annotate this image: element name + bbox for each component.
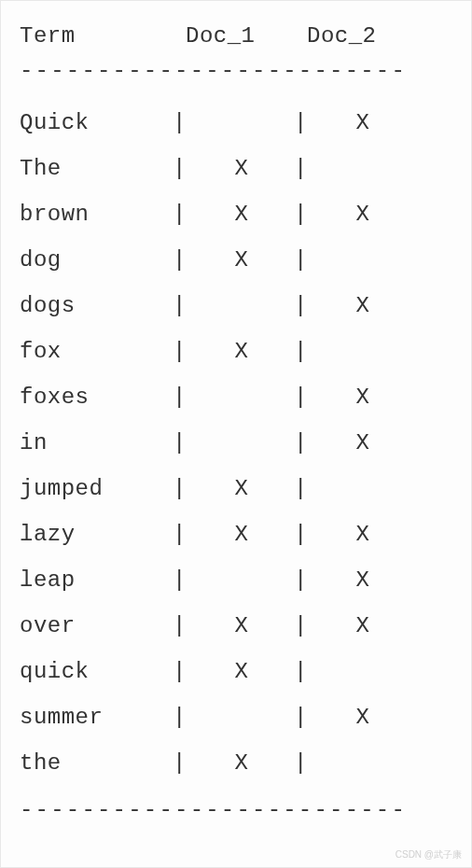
pipe-separator: | [173,659,189,684]
pipe-separator: | [173,202,189,227]
term-cell: fox [20,339,173,364]
divider-bottom: ------------------------- [20,797,452,822]
doc2-cell: X [311,110,415,135]
pipe-separator: | [294,750,311,776]
term-cell: quick [20,659,173,684]
table-row: jumped|X| [20,466,452,511]
pipe-separator: | [173,476,189,501]
doc2-cell: X [311,430,415,455]
table-header-row: Term Doc_1 Doc_2 [20,14,452,49]
pipe-separator: | [173,293,189,318]
doc2-cell: X [311,705,415,730]
pipe-separator: | [294,476,311,501]
term-cell: foxes [20,385,173,410]
pipe-separator: | [173,567,189,593]
table-row: quick|X| [20,649,452,694]
table-row: fox|X| [20,329,452,374]
pipe-separator: | [294,430,311,455]
term-cell: the [20,750,173,776]
doc2-cell: X [311,567,415,593]
doc2-cell: X [311,385,415,410]
pipe-separator: | [294,522,311,547]
pipe-separator: | [173,705,189,730]
term-cell: dog [20,247,173,273]
pipe-separator: | [294,567,311,593]
pipe-separator: | [294,156,311,181]
pipe-separator: | [173,110,189,135]
doc1-cell: X [189,202,294,227]
doc1-cell: X [189,476,294,501]
doc2-cell: X [311,613,415,638]
table-row: foxes||X [20,374,452,420]
doc2-cell: X [311,202,415,227]
pipe-separator: | [173,339,189,364]
divider-top: ------------------------- [20,58,452,83]
pipe-separator: | [294,110,311,135]
term-cell: summer [20,705,173,730]
pipe-separator: | [294,613,311,638]
pipe-separator: | [173,156,189,181]
header-term: Term [20,23,186,49]
table-row: The|X| [20,146,452,191]
table-row: Quick||X [20,100,452,146]
table-row: the|X| [20,740,452,786]
header-doc2: Doc_2 [307,23,410,49]
term-cell: in [20,430,173,455]
term-cell: over [20,613,173,638]
table-row: dogs||X [20,283,452,329]
doc1-cell: X [189,247,294,273]
term-cell: Quick [20,110,173,135]
term-cell: jumped [20,476,173,501]
table-row: dog|X| [20,237,452,283]
doc2-cell: X [311,522,415,547]
doc1-cell: X [189,522,294,547]
pipe-separator: | [294,339,311,364]
table-row: brown|X|X [20,191,452,237]
pipe-separator: | [173,613,189,638]
pipe-separator: | [294,247,311,273]
pipe-separator: | [173,247,189,273]
pipe-separator: | [173,522,189,547]
pipe-separator: | [294,202,311,227]
doc1-cell: X [189,750,294,776]
header-doc1: Doc_1 [186,23,307,49]
pipe-separator: | [294,705,311,730]
table-row: leap||X [20,557,452,603]
pipe-separator: | [173,750,189,776]
inverted-index-table: Term Doc_1 Doc_2 -----------------------… [20,14,452,822]
doc1-cell: X [189,339,294,364]
term-cell: The [20,156,173,181]
term-cell: brown [20,202,173,227]
table-row: summer||X [20,694,452,740]
pipe-separator: | [294,293,311,318]
doc1-cell: X [189,156,294,181]
doc1-cell: X [189,613,294,638]
term-cell: leap [20,567,173,593]
pipe-separator: | [173,385,189,410]
watermark: CSDN @武子康 [396,848,462,861]
pipe-separator: | [173,430,189,455]
table-row: lazy|X|X [20,511,452,557]
table-row: over|X|X [20,603,452,649]
pipe-separator: | [294,659,311,684]
table-row: in||X [20,420,452,466]
term-cell: lazy [20,522,173,547]
table-body: Quick||XThe|X|brown|X|Xdog|X|dogs||Xfox|… [20,100,452,786]
pipe-separator: | [294,385,311,410]
doc2-cell: X [311,293,415,318]
term-cell: dogs [20,293,173,318]
doc1-cell: X [189,659,294,684]
